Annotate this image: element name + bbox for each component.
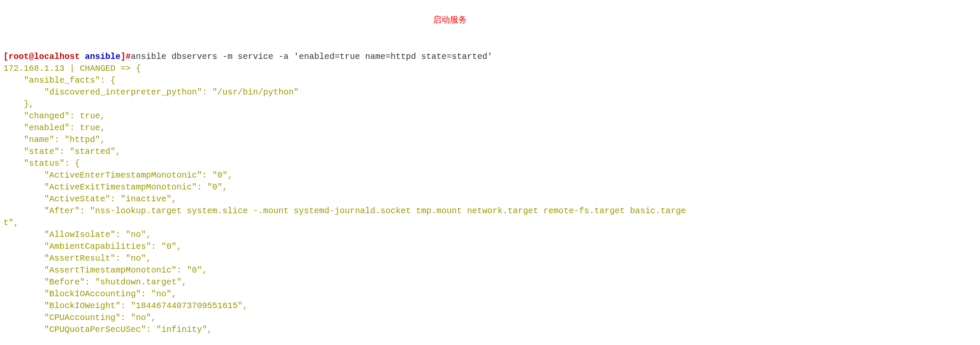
prompt-user-host: [root@localhost	[3, 52, 85, 61]
output-block: 172.168.1.13 | CHANGED => { "ansible_fac…	[3, 64, 686, 334]
command-text: ansible dbservers -m service -a 'enabled…	[131, 52, 492, 61]
terminal-output: [root@localhost ansible]#ansible dbserve…	[3, 51, 977, 336]
prompt-path: ansible	[85, 52, 121, 61]
prompt-end: ]#	[121, 52, 131, 61]
annotation-label: 启动服务	[433, 14, 467, 25]
